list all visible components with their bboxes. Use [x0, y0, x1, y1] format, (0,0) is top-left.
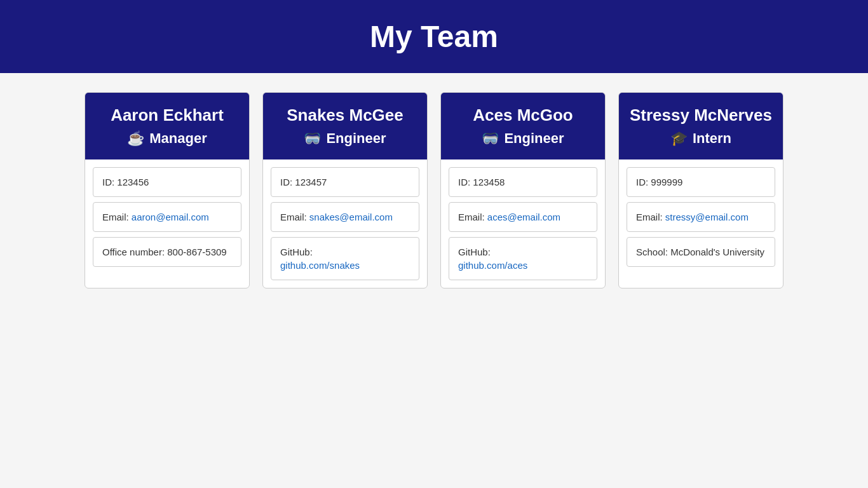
info-label-stressy-0: ID:	[636, 177, 651, 187]
email-link-aaron[interactable]: aaron@email.com	[132, 212, 209, 222]
card-header-stressy: Stressy McNerves🎓Intern	[619, 93, 783, 159]
info-box-snakes-0: ID: 123457	[271, 167, 419, 197]
member-role-aces: 🥽Engineer	[451, 130, 595, 147]
role-icon-aces: 🥽	[482, 130, 499, 147]
member-name-snakes: Snakes McGee	[273, 105, 417, 125]
card-header-aaron: Aaron Eckhart☕Manager	[85, 93, 249, 159]
info-label-snakes-0: ID:	[280, 177, 295, 187]
team-card-aaron: Aaron Eckhart☕ManagerID: 123456Email: aa…	[85, 92, 250, 288]
info-box-snakes-2: GitHub:github.com/snakes	[271, 237, 419, 280]
info-value-snakes-0: 123457	[295, 177, 327, 187]
member-role-snakes: 🥽Engineer	[273, 130, 417, 147]
role-label-stressy: Intern	[693, 130, 731, 147]
info-box-stressy-1: Email: stressy@email.com	[627, 202, 775, 232]
info-box-snakes-1: Email: snakes@email.com	[271, 202, 419, 232]
role-label-snakes: Engineer	[326, 130, 386, 147]
info-label-aaron-2: Office number:	[102, 247, 167, 257]
email-link-stressy[interactable]: stressy@email.com	[665, 212, 749, 222]
card-body-snakes: ID: 123457Email: snakes@email.comGitHub:…	[263, 159, 427, 288]
info-label-aces-1: Email:	[458, 212, 487, 222]
member-role-aaron: ☕Manager	[95, 130, 240, 147]
card-body-aaron: ID: 123456Email: aaron@email.comOffice n…	[85, 159, 249, 274]
info-label-aaron-0: ID:	[102, 177, 117, 187]
info-value-aaron-0: 123456	[117, 177, 149, 187]
team-card-stressy: Stressy McNerves🎓InternID: 999999Email: …	[618, 92, 783, 288]
role-label-aces: Engineer	[504, 130, 564, 147]
role-icon-stressy: 🎓	[670, 130, 688, 147]
info-box-aaron-2: Office number: 800-867-5309	[93, 237, 241, 267]
card-body-aces: ID: 123458Email: aces@email.comGitHub:gi…	[441, 159, 605, 288]
member-name-stressy: Stressy McNerves	[628, 105, 773, 125]
info-value-stressy-2: McDonald's University	[670, 247, 764, 257]
info-label-aces-2: GitHub:	[458, 245, 588, 259]
info-box-stressy-2: School: McDonald's University	[627, 237, 775, 267]
info-label-snakes-1: Email:	[280, 212, 309, 222]
email-link-snakes[interactable]: snakes@email.com	[309, 212, 393, 222]
info-label-aces-0: ID:	[458, 177, 473, 187]
info-label-snakes-2: GitHub:	[280, 245, 410, 259]
team-grid: Aaron Eckhart☕ManagerID: 123456Email: aa…	[0, 92, 868, 288]
info-value-aaron-2: 800-867-5309	[167, 247, 226, 257]
info-box-stressy-0: ID: 999999	[627, 167, 775, 197]
role-icon-snakes: 🥽	[304, 130, 321, 147]
info-box-aaron-1: Email: aaron@email.com	[93, 202, 241, 232]
github-link-aces[interactable]: github.com/aces	[458, 260, 527, 271]
email-link-aces[interactable]: aces@email.com	[487, 212, 560, 222]
info-box-aces-1: Email: aces@email.com	[449, 202, 597, 232]
member-name-aaron: Aaron Eckhart	[95, 105, 240, 125]
github-link-snakes[interactable]: github.com/snakes	[280, 260, 360, 271]
page-title: My Team	[0, 19, 868, 54]
info-value-stressy-0: 999999	[651, 177, 682, 187]
info-label-stressy-1: Email:	[636, 212, 665, 222]
info-box-aaron-0: ID: 123456	[93, 167, 241, 197]
card-header-snakes: Snakes McGee🥽Engineer	[263, 93, 427, 159]
info-box-aces-2: GitHub:github.com/aces	[449, 237, 597, 280]
role-label-aaron: Manager	[149, 130, 207, 147]
role-icon-aaron: ☕	[127, 130, 144, 147]
info-label-aaron-1: Email:	[102, 212, 132, 222]
info-box-aces-0: ID: 123458	[449, 167, 597, 197]
card-body-stressy: ID: 999999Email: stressy@email.comSchool…	[619, 159, 783, 274]
card-header-aces: Aces McGoo🥽Engineer	[441, 93, 605, 159]
team-card-aces: Aces McGoo🥽EngineerID: 123458Email: aces…	[440, 92, 606, 288]
info-value-aces-0: 123458	[473, 177, 505, 187]
member-name-aces: Aces McGoo	[451, 105, 595, 125]
info-label-stressy-2: School:	[636, 247, 670, 257]
page-header: My Team	[0, 0, 868, 73]
team-card-snakes: Snakes McGee🥽EngineerID: 123457Email: sn…	[262, 92, 428, 288]
member-role-stressy: 🎓Intern	[628, 130, 773, 147]
